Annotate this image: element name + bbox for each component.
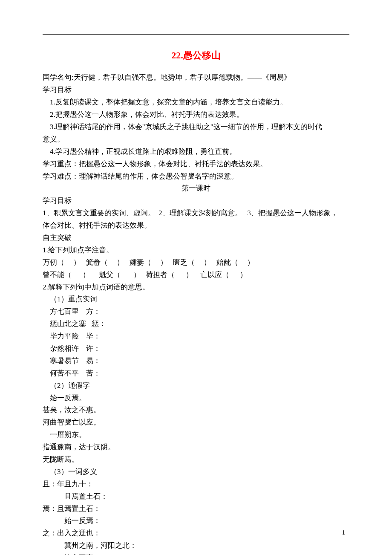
poly-item: 出入之迂也： bbox=[57, 529, 101, 537]
q2-sub2-item: 一厝朔东。 bbox=[43, 429, 349, 441]
page-number: 1 bbox=[342, 527, 346, 538]
goal-item: 4.学习愚公精神，正视成长道路上的艰难险阻，勇往直前。 bbox=[43, 146, 349, 158]
poly-item: 年且九十： bbox=[57, 480, 93, 488]
q2-sub1-item: 寒暑易节 易： bbox=[43, 355, 349, 367]
q2-sub1-item: 毕力平险 毕： bbox=[43, 330, 349, 343]
q2-sub2-item: 甚矣，汝之不惠。 bbox=[43, 404, 349, 416]
goal-item: 1.反复朗读课文，整体把握文意，探究文章的内涵，培养文言文自读能力。 bbox=[43, 96, 349, 109]
goal-item: 3.理解神话结尾的作用，体会"京城氏之子跳往助之"这一细节的作用，理解本文的时代 bbox=[43, 121, 349, 133]
lesson-heading: 第一课时 bbox=[43, 182, 349, 195]
q2-sub1-item: 杂然相许 许： bbox=[43, 343, 349, 355]
q1-row: 万仞（ ） 箕畚（ ） 孀妻（ ） 匮乏（ ） 始龀（ ） bbox=[43, 257, 349, 269]
poly-item: 且焉置土石： bbox=[43, 491, 349, 503]
poly-head: 焉： bbox=[43, 505, 57, 513]
key-point: 学习重点：把握愚公这一人物形象，体会对比、衬托手法的表达效果。 bbox=[43, 158, 349, 171]
polysemy-group-head: 且：年且九十： bbox=[43, 478, 349, 491]
q1-row: 曾不能（ ） 魁父（ ） 荷担者（ ） 亡以应（ ） bbox=[43, 269, 349, 281]
goal-item: 2.把握愚公这一人物形象，体会对比、衬托手法的表达效果。 bbox=[43, 109, 349, 121]
q2-sub2-item: 始一反焉。 bbox=[43, 392, 349, 405]
poly-item: 始一反焉： bbox=[43, 515, 349, 527]
goals2-heading: 学习目标 bbox=[43, 195, 349, 207]
q2-sub1-item: 何苦不平 苦： bbox=[43, 367, 349, 380]
goals-heading: 学习目标 bbox=[43, 84, 349, 96]
question-2: 2.解释下列句中加点词语的意思。 bbox=[43, 281, 349, 294]
goal-item-cont: 意义。 bbox=[43, 133, 349, 146]
q2-sub2-item: 指通豫南，达于汉阴。 bbox=[43, 441, 349, 454]
document-title: 22.愚公移山 bbox=[43, 47, 349, 63]
breakthrough-heading: 自主突破 bbox=[43, 232, 349, 244]
q2-sub1-heading: （1）重点实词 bbox=[43, 293, 349, 306]
question-1: 1.给下列加点字注音。 bbox=[43, 244, 349, 257]
poly-head: 且： bbox=[43, 480, 57, 488]
q2-sub1-item: 惩山北之塞 惩： bbox=[43, 318, 349, 330]
goals2-line: 1、积累文言文重要的实词、虚词。 2、理解课文深刻的寓意。 3、把握愚公这一人物… bbox=[43, 207, 349, 220]
poly-head: 之： bbox=[43, 529, 57, 537]
horizontal-rule bbox=[43, 34, 349, 35]
difficult-point-label: 学习难点： bbox=[43, 172, 79, 180]
q2-sub2-item: 河曲智叟亡以应。 bbox=[43, 416, 349, 429]
polysemy-group-head: 焉：且焉置土石： bbox=[43, 503, 349, 515]
quote-line: 国学名句:天行健，君子以自强不息。地势坤，君子以厚德载物。——《周易》 bbox=[43, 72, 349, 84]
q2-sub2-item: 无陇断焉。 bbox=[43, 454, 349, 466]
key-point-text: 把握愚公这一人物形象，体会对比、衬托手法的表达效果。 bbox=[79, 160, 267, 168]
q2-sub1-item: 方七百里 方： bbox=[43, 306, 349, 318]
poly-item: 且焉置土石： bbox=[57, 505, 101, 513]
key-point-label: 学习重点： bbox=[43, 160, 79, 168]
goals2-line: 体会对比、衬托手法的表达效果。 bbox=[43, 220, 349, 232]
difficult-point-text: 理解神话结尾的作用，体会愚公智叟名字的深意。 bbox=[79, 172, 238, 180]
poly-item: 冀州之南，河阳之北： bbox=[43, 540, 349, 552]
poly-item: 汝之不惠： bbox=[43, 552, 349, 555]
polysemy-group-head: 之：出入之迂也： bbox=[43, 527, 349, 540]
difficult-point: 学习难点：理解神话结尾的作用，体会愚公智叟名字的深意。 bbox=[43, 171, 349, 183]
q2-sub3-heading: （3）一词多义 bbox=[43, 466, 349, 478]
q2-sub2-heading: （2）通假字 bbox=[43, 380, 349, 392]
